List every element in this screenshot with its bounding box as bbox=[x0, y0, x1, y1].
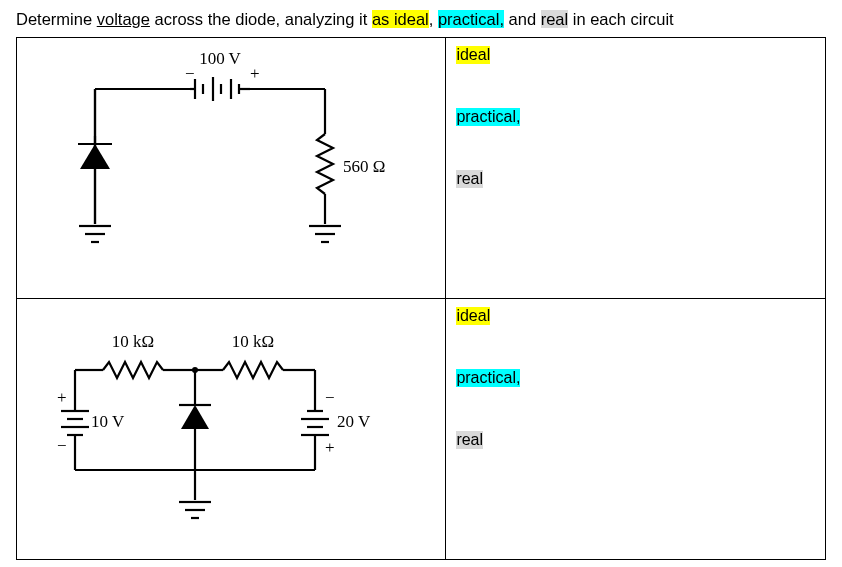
prompt-text-pre: Determine bbox=[16, 10, 97, 28]
prompt-text-post: in each circuit bbox=[568, 10, 673, 28]
question-prompt: Determine voltage across the diode, anal… bbox=[16, 10, 826, 29]
answer-practical-label: practical, bbox=[456, 369, 520, 387]
circuit-2-answers: ideal practical, real bbox=[446, 299, 826, 560]
circuit-2-v1-label: 10 V bbox=[91, 412, 125, 431]
battery-icon bbox=[61, 405, 89, 435]
circuit-2-v2-minus: − bbox=[325, 388, 335, 407]
svg-marker-9 bbox=[80, 144, 110, 169]
circuit-1-resistor-label: 560 Ω bbox=[343, 157, 385, 176]
answer-ideal-label: ideal bbox=[456, 307, 490, 325]
answer-real-label: real bbox=[456, 170, 483, 188]
circuit-1-source-label: 100 V bbox=[199, 49, 241, 68]
answer-real-label: real bbox=[456, 431, 483, 449]
circuit-1-answers: ideal practical, real bbox=[446, 38, 826, 299]
circuit-2-v2-label: 20 V bbox=[337, 412, 371, 431]
prompt-text-mid1: across the diode, analyzing it bbox=[150, 10, 372, 28]
resistor-icon bbox=[317, 134, 333, 194]
circuit-1-cell: 100 V − + 560 Ω bbox=[17, 38, 446, 299]
ground-icon bbox=[179, 502, 211, 518]
circuit-2-v2-plus: + bbox=[325, 438, 335, 457]
diode-icon bbox=[78, 89, 112, 224]
prompt-underlined-word: voltage bbox=[97, 10, 150, 28]
circuit-2-r1-label: 10 kΩ bbox=[112, 332, 154, 351]
circuit-2-v1-minus: − bbox=[57, 436, 67, 455]
prompt-sep2: and bbox=[504, 10, 541, 28]
circuit-2-diagram: 10 kΩ 10 kΩ + − 10 V bbox=[25, 305, 423, 537]
circuit-1-polarity-plus: + bbox=[250, 64, 260, 83]
node-dot bbox=[192, 367, 198, 373]
battery-icon bbox=[190, 77, 250, 101]
svg-marker-24 bbox=[181, 405, 209, 429]
circuit-1-diagram: 100 V − + 560 Ω bbox=[25, 44, 423, 276]
circuit-2-r2-label: 10 kΩ bbox=[232, 332, 274, 351]
resistor-icon bbox=[223, 362, 283, 378]
battery-icon bbox=[301, 405, 329, 435]
answer-practical-label: practical, bbox=[456, 108, 520, 126]
prompt-highlight-practical: practical, bbox=[438, 10, 504, 28]
ground-icon bbox=[79, 226, 111, 242]
circuit-1-polarity-minus: − bbox=[185, 64, 195, 83]
prompt-highlight-ideal: as ideal bbox=[372, 10, 429, 28]
diode-icon bbox=[179, 400, 211, 435]
circuit-2-cell: 10 kΩ 10 kΩ + − 10 V bbox=[17, 299, 446, 560]
resistor-icon bbox=[103, 362, 163, 378]
prompt-highlight-real: real bbox=[541, 10, 569, 28]
answer-ideal-label: ideal bbox=[456, 46, 490, 64]
problems-table: 100 V − + 560 Ω bbox=[16, 37, 826, 560]
ground-icon bbox=[309, 226, 341, 242]
prompt-sep1: , bbox=[429, 10, 438, 28]
circuit-2-v1-plus: + bbox=[57, 388, 67, 407]
